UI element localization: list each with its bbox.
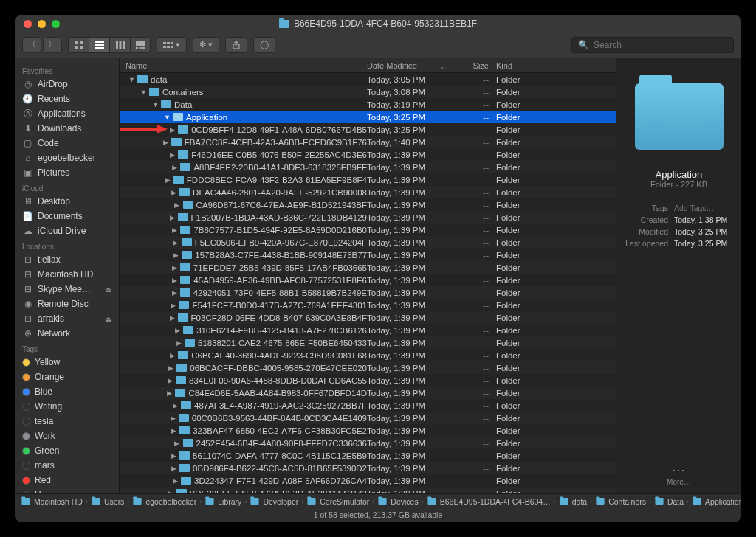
file-row[interactable]: ▶A8BF4EE2-20B0-41A1-8DE3-6318325FB9FFTod… xyxy=(120,161,616,173)
sidebar-item[interactable]: Home xyxy=(15,488,119,493)
path-item[interactable]: Macintosh HD xyxy=(21,497,83,506)
file-row[interactable]: ▶0CD9BFF4-12D8-49F1-A48A-6DB07667D4B5Tod… xyxy=(120,123,616,136)
sidebar-item[interactable]: ⊟Skype Mee…⏏ xyxy=(15,282,119,297)
disclosure-triangle-icon[interactable]: ▼ xyxy=(128,76,134,83)
disclosure-triangle-icon[interactable]: ▶ xyxy=(173,477,179,485)
file-row[interactable]: ▶42924051-73F0-4EF5-88B1-B58819B7B249ETo… xyxy=(120,286,616,299)
disclosure-triangle-icon[interactable]: ▶ xyxy=(174,440,180,447)
file-row[interactable]: ▶310E6214-F9BB-4125-B413-A7F278CB6126Tod… xyxy=(120,324,616,336)
path-item[interactable]: Devices xyxy=(377,497,418,506)
disclosure-triangle-icon[interactable]: ▶ xyxy=(163,139,168,146)
column-date[interactable]: Date Modified⌄ xyxy=(367,61,456,70)
file-row[interactable]: ▶F46D16EE-C0B5-4076-B50F-2E255AC4D3E6Tod… xyxy=(120,148,616,161)
gallery-view-button[interactable] xyxy=(130,37,151,53)
file-row[interactable]: ▶FDDC8BEC-FCA9-43F2-B2A3-61EA5EF9B8F4Tod… xyxy=(120,173,616,186)
file-row[interactable]: ▶834E0F09-90A6-4488-8DDB-D0DAFCD6AC55Tod… xyxy=(120,374,616,387)
disclosure-triangle-icon[interactable]: ▶ xyxy=(170,314,175,322)
file-row[interactable]: ▶487AF3E4-A987-4919-AAC2-3C259272BB7FTod… xyxy=(120,399,616,412)
file-row[interactable]: ▼dataToday, 3:05 PM--Folder xyxy=(120,73,616,86)
sidebar-item[interactable]: Orange xyxy=(15,370,119,384)
sidebar-item[interactable]: ⊕Network xyxy=(15,326,119,341)
disclosure-triangle-icon[interactable]: ▶ xyxy=(176,339,182,347)
sidebar-item[interactable]: 📄Documents xyxy=(15,209,119,224)
file-row[interactable]: ▶F1B2007B-1BDA-43AD-B36C-722E18DB4129Tod… xyxy=(120,211,616,224)
disclosure-triangle-icon[interactable]: ▶ xyxy=(171,452,176,460)
sidebar-item[interactable]: ⌂egoebelbecker xyxy=(15,150,119,165)
file-row[interactable]: ▶06BCACFF-DBBC-4005-9585-270E47CEE020Tod… xyxy=(120,361,616,374)
path-item[interactable]: Containers xyxy=(595,497,646,506)
sidebar-item[interactable]: ▣Pictures xyxy=(15,165,119,180)
forward-button[interactable]: 〉 xyxy=(43,37,62,53)
file-row[interactable]: ▶F541FCF7-B0D0-417B-A27C-769A1EEE4301Tod… xyxy=(120,299,616,311)
disclosure-triangle-icon[interactable]: ▶ xyxy=(172,164,177,171)
disclosure-triangle-icon[interactable]: ▶ xyxy=(167,389,172,397)
disclosure-triangle-icon[interactable]: ▶ xyxy=(173,252,179,259)
column-view-button[interactable] xyxy=(109,37,130,53)
sidebar-item[interactable]: ⊟tleilax xyxy=(15,252,119,267)
disclosure-triangle-icon[interactable]: ▶ xyxy=(172,226,177,234)
list-view-button[interactable] xyxy=(89,37,109,53)
file-row[interactable]: ▶71EFDDE7-25B5-439D-85F5-17AB4FB03665Tod… xyxy=(120,261,616,274)
sidebar-item[interactable]: Red xyxy=(15,473,119,488)
file-row[interactable]: ▶C6BCAE40-3690-4ADF-9223-C98D9C081F68Tod… xyxy=(120,349,616,361)
file-row[interactable]: ▶BDE22EFE-FAE8-473A-BF3D-AE2841AA3143Tod… xyxy=(120,487,616,493)
path-item[interactable]: egoebelbecker xyxy=(132,497,196,506)
disclosure-triangle-icon[interactable]: ▼ xyxy=(140,89,146,96)
disclosure-triangle-icon[interactable]: ▶ xyxy=(173,239,179,246)
file-row[interactable]: ▶FBA7CC8E-4CFB-42A3-A6BB-ECED6C9B1F76Tod… xyxy=(120,136,616,148)
file-row[interactable]: ▶DEAC4A46-2801-4A20-9AEE-52921CB90008Tod… xyxy=(120,186,616,198)
sidebar-item[interactable]: ⒶApplications xyxy=(15,106,119,121)
disclosure-triangle-icon[interactable]: ▶ xyxy=(170,151,175,159)
file-row[interactable]: ▶5611074C-DAFA-4777-8C0C-4B115C12E5B9Tod… xyxy=(120,449,616,462)
more-button[interactable]: ⋯More… xyxy=(667,462,691,486)
column-name[interactable]: Name xyxy=(120,61,367,70)
column-size[interactable]: Size xyxy=(456,61,496,70)
disclosure-triangle-icon[interactable]: ▶ xyxy=(170,352,175,359)
search-input[interactable] xyxy=(594,40,727,50)
sidebar-item[interactable]: Blue xyxy=(15,384,119,399)
file-row[interactable]: ▼ContainersToday, 3:08 PM--Folder xyxy=(120,86,616,98)
action-button[interactable]: ✻ ▾ xyxy=(193,37,219,53)
sidebar-item[interactable]: ⊟Macintosh HD xyxy=(15,267,119,282)
file-row[interactable]: ▶60C0B6B3-9563-44BF-8A4B-0CD3CA4E1409Tod… xyxy=(120,412,616,424)
path-item[interactable]: Developer xyxy=(250,497,298,506)
zoom-button[interactable] xyxy=(52,20,60,28)
close-button[interactable] xyxy=(24,20,32,28)
file-row[interactable]: ▶F5EC0506-EFB9-420A-967C-E870E924204FTod… xyxy=(120,236,616,249)
path-item[interactable]: data xyxy=(559,497,587,506)
file-row[interactable]: ▶2452E454-6B4E-4A80-90F8-FFFD7C336636Tod… xyxy=(120,437,616,449)
file-row[interactable]: ▶F03CF28D-06FE-4DD8-B407-639C0A3E8B4FTod… xyxy=(120,311,616,324)
disclosure-triangle-icon[interactable]: ▶ xyxy=(171,264,176,271)
file-row[interactable]: ▶CA96D871-67C6-47EA-AE9F-B1D521943BFToda… xyxy=(120,198,616,211)
icon-view-button[interactable] xyxy=(68,37,89,53)
disclosure-triangle-icon[interactable]: ▼ xyxy=(164,114,170,121)
path-item[interactable]: Application xyxy=(692,497,741,506)
sidebar-item[interactable]: Writing xyxy=(15,399,119,414)
path-item[interactable]: CoreSimulator xyxy=(306,497,369,506)
back-button[interactable]: 〈 xyxy=(22,37,41,53)
disclosure-triangle-icon[interactable]: ▶ xyxy=(171,465,176,472)
disclosure-triangle-icon[interactable]: ▶ xyxy=(171,302,176,309)
disclosure-triangle-icon[interactable]: ▶ xyxy=(174,201,180,209)
disclosure-triangle-icon[interactable]: ▶ xyxy=(171,289,176,297)
add-tags[interactable]: Add Tags… xyxy=(674,204,734,212)
share-button[interactable] xyxy=(225,37,247,53)
disclosure-triangle-icon[interactable]: ▶ xyxy=(172,277,177,284)
eject-icon[interactable]: ⏏ xyxy=(105,315,111,323)
disclosure-triangle-icon[interactable]: ▶ xyxy=(171,427,176,434)
file-row[interactable]: ▶323BAF47-6850-4EC2-A7F6-CF38B30FC5E2Tod… xyxy=(120,424,616,437)
disclosure-triangle-icon[interactable]: ▶ xyxy=(165,176,171,184)
disclosure-triangle-icon[interactable]: ▶ xyxy=(170,126,175,134)
column-kind[interactable]: Kind xyxy=(496,61,616,70)
file-row[interactable]: ▼ApplicationToday, 3:25 PM--Folder xyxy=(120,111,616,123)
sidebar-item[interactable]: ⬇Downloads xyxy=(15,121,119,136)
file-row[interactable]: ▶0BD986F4-B622-45C6-AC5D-81B65F5390D2Tod… xyxy=(120,462,616,474)
path-item[interactable]: B66E4D95-1DDA-4FC4-B604… xyxy=(427,497,551,506)
path-item[interactable]: Data xyxy=(654,497,684,506)
disclosure-triangle-icon[interactable]: ▶ xyxy=(168,364,173,372)
path-item[interactable]: Library xyxy=(205,497,241,506)
sidebar-item[interactable]: Yellow xyxy=(15,355,119,370)
file-row[interactable]: ▶51838201-CAE2-4675-865E-F50BE6450433Tod… xyxy=(120,336,616,349)
sidebar-item[interactable]: ⊟arrakis⏏ xyxy=(15,311,119,326)
sidebar-item[interactable]: ◎AirDrop xyxy=(15,77,119,91)
